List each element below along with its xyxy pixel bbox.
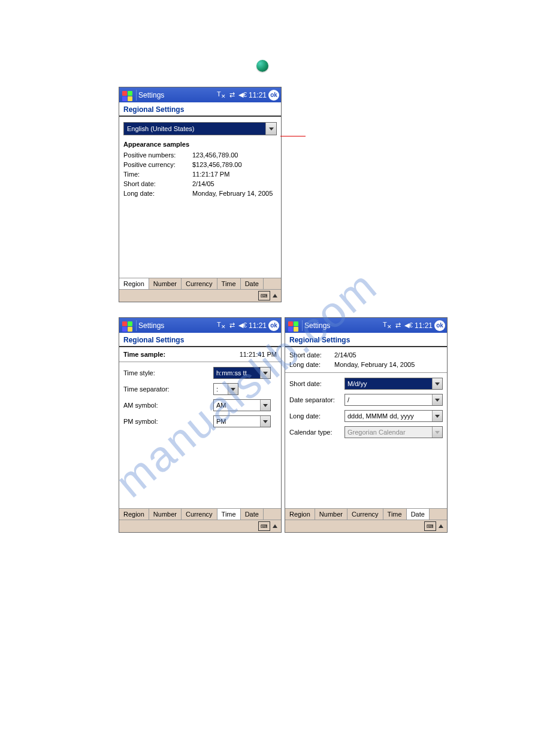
title-bar: Settings T✕ ⇄ ◀€ 11:21 ok — [119, 87, 281, 102]
signal-off-icon[interactable]: T✕ — [217, 90, 226, 99]
pm-symbol-label: PM symbol: — [123, 418, 213, 425]
screen-title: Regional Settings — [119, 102, 281, 117]
sample-row: Positive currency:$123,456,789.00 — [123, 160, 277, 169]
tabs: Region Number Currency Time Date — [119, 508, 281, 520]
time-separator-label: Time separator: — [123, 385, 213, 393]
chevron-down-icon[interactable] — [260, 416, 270, 427]
tab-region[interactable]: Region — [285, 509, 315, 520]
ok-button[interactable]: ok — [268, 90, 279, 101]
speaker-icon[interactable]: ◀€ — [238, 321, 247, 329]
start-icon[interactable] — [121, 320, 132, 331]
tab-time[interactable]: Time — [217, 509, 241, 520]
tab-time[interactable]: Time — [217, 278, 241, 289]
section-heading: Appearance samples — [119, 138, 281, 150]
start-icon[interactable] — [287, 320, 298, 331]
signal-off-icon[interactable]: T✕ — [383, 321, 392, 330]
title-bar: Settings T✕ ⇄ ◀€ 11:21 ok — [119, 318, 281, 333]
long-date-label: Long date: — [289, 412, 344, 420]
ok-button[interactable]: ok — [268, 320, 279, 331]
screen-title: Regional Settings — [285, 333, 447, 347]
signal-off-icon[interactable]: T✕ — [217, 321, 226, 330]
sip-bar: ⌨ — [119, 290, 281, 302]
sample-row: Long date:Monday, February 14, 2005 — [289, 360, 443, 369]
date-separator-label: Date separator: — [289, 396, 344, 403]
tab-date[interactable]: Date — [407, 509, 430, 520]
device-region: Settings T✕ ⇄ ◀€ 11:21 ok Regional Setti… — [119, 87, 282, 302]
sip-bar: ⌨ — [285, 520, 447, 532]
sample-row: Positive numbers:123,456,789.00 — [123, 150, 277, 160]
start-icon[interactable] — [121, 90, 132, 101]
screen-title: Regional Settings — [119, 333, 281, 347]
date-separator-select[interactable]: / — [344, 394, 443, 406]
tab-number[interactable]: Number — [149, 509, 182, 520]
time-style-label: Time style: — [123, 369, 213, 377]
app-title: Settings — [304, 321, 330, 330]
chevron-down-icon[interactable] — [432, 394, 442, 405]
sample-row: Short date:2/14/05 — [123, 179, 277, 189]
calendar-type-select: Gregorian Calendar — [344, 426, 443, 438]
sip-up-icon[interactable] — [273, 524, 277, 528]
clock: 11:21 — [249, 91, 267, 99]
clock: 11:21 — [415, 321, 433, 330]
sync-icon[interactable]: ⇄ — [395, 321, 401, 329]
device-time: Settings T✕ ⇄ ◀€ 11:21 ok Regional Setti… — [119, 317, 282, 533]
sample-row: Long date:Monday, February 14, 2005 — [123, 189, 277, 198]
ok-button[interactable]: ok — [434, 320, 445, 331]
sync-icon[interactable]: ⇄ — [229, 91, 235, 99]
tab-currency[interactable]: Currency — [182, 509, 217, 520]
chevron-down-icon[interactable] — [265, 123, 276, 135]
short-date-select[interactable]: M/d/yy — [344, 378, 443, 390]
tab-number[interactable]: Number — [149, 278, 182, 289]
device-date: Settings T✕ ⇄ ◀€ 11:21 ok Regional Setti… — [285, 317, 448, 533]
language-value: English (United States) — [124, 123, 265, 135]
keyboard-icon[interactable]: ⌨ — [258, 521, 270, 531]
sip-up-icon[interactable] — [439, 524, 443, 528]
calendar-type-label: Calendar type: — [289, 429, 344, 436]
app-title: Settings — [138, 321, 164, 330]
am-symbol-select[interactable]: AM — [213, 399, 271, 411]
sip-bar: ⌨ — [119, 520, 281, 532]
time-sample-value: 11:21:41 PM — [240, 351, 277, 358]
tab-date[interactable]: Date — [241, 278, 264, 289]
pointer-line — [280, 136, 306, 136]
tab-number[interactable]: Number — [315, 509, 347, 520]
app-title: Settings — [138, 91, 164, 99]
chevron-down-icon[interactable] — [432, 378, 442, 389]
sample-row: Short date:2/14/05 — [289, 350, 443, 360]
tabs: Region Number Currency Time Date — [119, 278, 281, 290]
clock: 11:21 — [249, 321, 267, 330]
sync-icon[interactable]: ⇄ — [229, 321, 235, 329]
sample-rows: Positive numbers:123,456,789.00 Positive… — [119, 150, 281, 198]
long-date-select[interactable]: dddd, MMMM dd, yyyy — [344, 410, 443, 422]
language-select[interactable]: English (United States) — [123, 122, 277, 135]
globe-icon — [256, 60, 268, 72]
tab-date[interactable]: Date — [241, 509, 264, 520]
keyboard-icon[interactable]: ⌨ — [258, 291, 270, 300]
tabs: Region Number Currency Time Date — [285, 508, 447, 520]
chevron-down-icon[interactable] — [228, 384, 238, 394]
chevron-down-icon — [432, 427, 442, 438]
title-bar: Settings T✕ ⇄ ◀€ 11:21 ok — [285, 318, 447, 333]
speaker-icon[interactable]: ◀€ — [238, 91, 247, 99]
pm-symbol-select[interactable]: PM — [213, 415, 271, 427]
speaker-icon[interactable]: ◀€ — [404, 321, 413, 329]
time-separator-select[interactable]: : — [213, 383, 238, 395]
tab-currency[interactable]: Currency — [182, 278, 217, 289]
tab-region[interactable]: Region — [119, 509, 149, 520]
sample-row: Time:11:21:17 PM — [123, 169, 277, 179]
tab-currency[interactable]: Currency — [347, 509, 383, 520]
keyboard-icon[interactable]: ⌨ — [424, 521, 436, 531]
am-symbol-label: AM symbol: — [123, 402, 213, 409]
tab-region[interactable]: Region — [119, 278, 149, 289]
sip-up-icon[interactable] — [273, 294, 277, 297]
time-sample-label: Time sample: — [123, 351, 240, 358]
chevron-down-icon[interactable] — [260, 368, 270, 378]
time-style-select[interactable]: h:mm:ss tt — [213, 367, 271, 379]
chevron-down-icon[interactable] — [260, 400, 270, 411]
tab-time[interactable]: Time — [383, 509, 407, 520]
short-date-label: Short date: — [289, 380, 344, 387]
chevron-down-icon[interactable] — [432, 411, 442, 421]
